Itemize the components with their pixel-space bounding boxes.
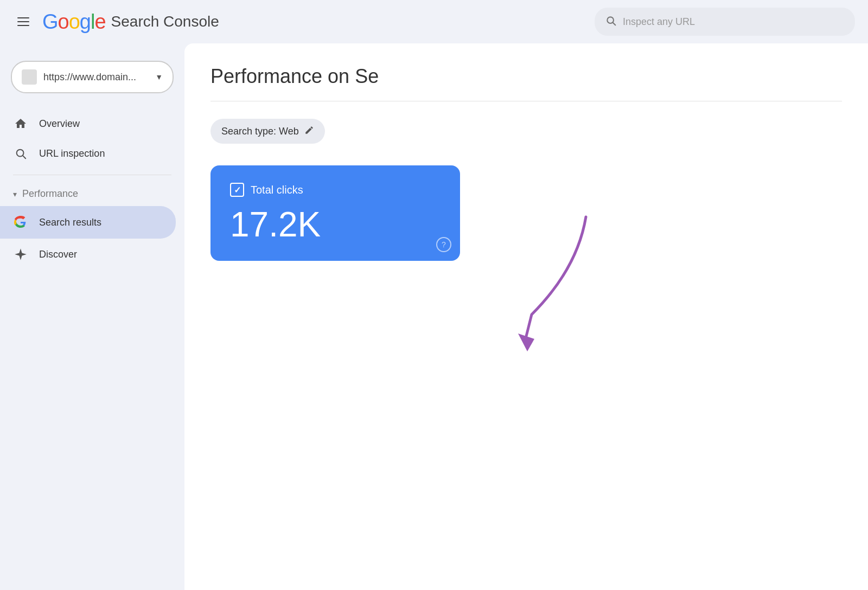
chevron-down-icon: ▼ <box>155 73 163 81</box>
url-inspection-search-bar[interactable]: Inspect any URL <box>595 8 855 36</box>
sidebar-item-overview-label: Overview <box>39 118 80 130</box>
card-label: Total clicks <box>251 184 303 196</box>
edit-icon <box>304 125 314 137</box>
sidebar-section-performance[interactable]: ▾ Performance <box>0 182 184 206</box>
search-type-filter-label: Search type: Web <box>221 126 299 137</box>
property-selector[interactable]: https://www.domain... ▼ <box>11 61 174 93</box>
sidebar-item-url-inspection-label: URL inspection <box>39 148 105 159</box>
logo-letter-o2: o <box>69 10 80 33</box>
logo-letter-g2: g <box>80 10 91 33</box>
content-divider <box>210 101 842 101</box>
app-header: Google Search Console Inspect any URL <box>0 0 868 43</box>
logo-letter-o1: o <box>58 10 69 33</box>
search-type-filter-chip[interactable]: Search type: Web <box>210 119 325 144</box>
main-layout: https://www.domain... ▼ Overview URL ins… <box>0 43 868 590</box>
card-value: 17.2K <box>230 206 441 243</box>
app-title: Search Console <box>111 13 219 30</box>
sidebar-item-search-results-label: Search results <box>39 217 101 228</box>
sidebar-section-performance-label: Performance <box>22 188 78 200</box>
svg-line-3 <box>23 156 25 158</box>
sidebar-item-discover-label: Discover <box>39 249 77 260</box>
sidebar-item-overview[interactable]: Overview <box>0 108 176 139</box>
hamburger-menu-button[interactable] <box>13 13 34 30</box>
logo-letter-g: G <box>42 10 58 33</box>
sidebar-item-discover[interactable]: Discover <box>0 239 176 270</box>
sidebar: https://www.domain... ▼ Overview URL ins… <box>0 43 184 590</box>
card-header-row: Total clicks <box>230 183 441 197</box>
svg-marker-4 <box>518 334 534 351</box>
chevron-down-icon: ▾ <box>13 190 17 198</box>
sidebar-item-search-results[interactable]: Search results <box>0 206 176 239</box>
filter-row: Search type: Web <box>210 119 842 144</box>
page-title: Performance on Se <box>210 65 842 88</box>
sidebar-item-url-inspection[interactable]: URL inspection <box>0 139 176 168</box>
property-favicon <box>22 69 37 85</box>
property-url: https://www.domain... <box>43 72 149 83</box>
total-clicks-card: Total clicks 17.2K ? <box>210 165 460 261</box>
help-icon[interactable]: ? <box>436 237 451 252</box>
search-icon <box>13 148 28 159</box>
logo-letter-e: e <box>94 10 105 33</box>
search-icon <box>605 15 616 29</box>
google-logo: Google <box>42 10 106 34</box>
search-input-placeholder: Inspect any URL <box>623 16 695 28</box>
checkbox-icon <box>230 183 244 197</box>
content-area: Performance on Se Search type: Web Total… <box>184 43 868 590</box>
discover-icon <box>13 247 28 261</box>
logo-area: Google Search Console <box>42 10 219 34</box>
sidebar-divider <box>13 175 171 175</box>
home-icon <box>13 117 28 130</box>
svg-line-1 <box>613 22 616 25</box>
google-g-icon <box>13 215 28 230</box>
